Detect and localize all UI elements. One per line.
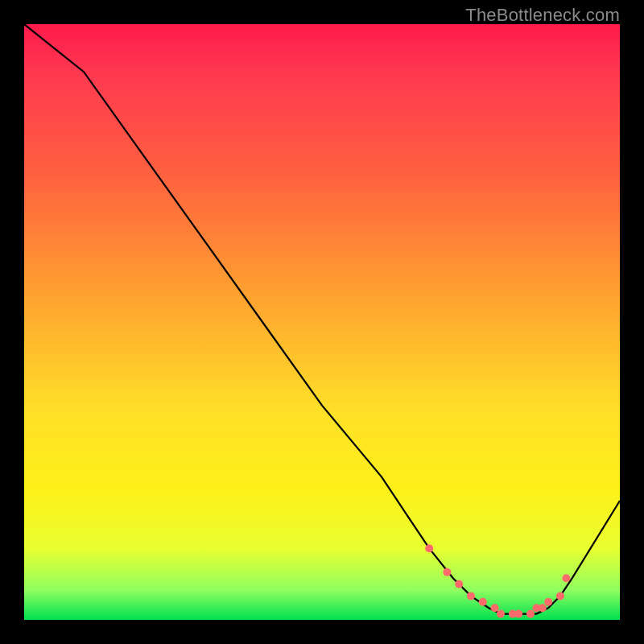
marker-dot: [467, 592, 475, 600]
marker-dot: [562, 574, 570, 582]
marker-dot: [455, 580, 463, 588]
marker-dot: [514, 610, 522, 618]
marker-dot: [526, 610, 535, 618]
marker-dot: [556, 592, 564, 600]
chart-svg: [24, 24, 620, 620]
marker-dot: [491, 604, 499, 612]
marker-dot: [539, 604, 547, 612]
marker-dot: [497, 610, 505, 618]
chart-plot-area: [24, 24, 620, 620]
marker-dot: [479, 598, 487, 606]
marker-dot: [443, 568, 451, 576]
bottleneck-curve: [24, 24, 620, 614]
marker-dot: [544, 598, 552, 606]
marker-dot: [425, 544, 433, 552]
watermark-text: TheBottleneck.com: [465, 5, 620, 26]
chart-frame: TheBottleneck.com: [0, 0, 644, 644]
